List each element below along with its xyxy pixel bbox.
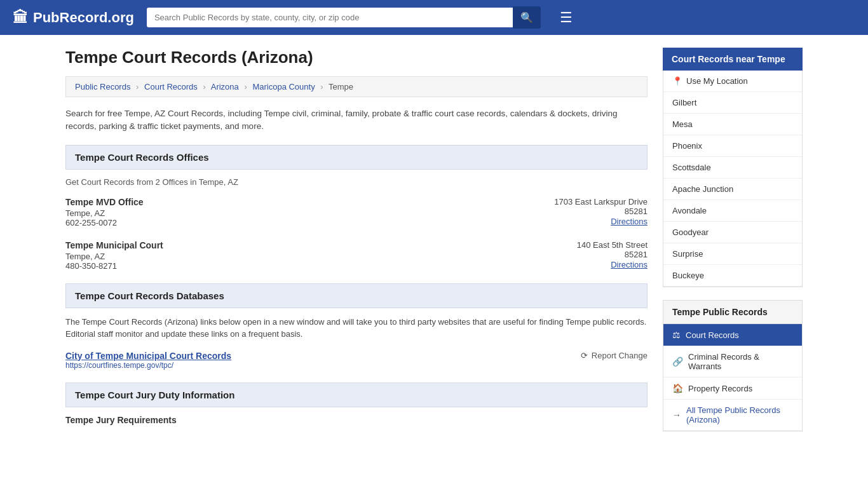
- sidebar-city-surprise[interactable]: Surprise: [663, 243, 802, 265]
- sidebar-city-label-surprise: Surprise: [672, 249, 703, 259]
- office-city-1: Tempe, AZ: [65, 208, 144, 218]
- page-title: Tempe Court Records (Arizona): [65, 48, 648, 67]
- office-zip-1: 85281: [554, 207, 648, 216]
- sidebar-pr-section: Tempe Public Records ⚖ Court Records 🔗 C…: [663, 300, 803, 431]
- jury-sub-header: Tempe Jury Requirements: [65, 415, 648, 425]
- main-content: Tempe Court Records (Arizona) Public Rec…: [65, 48, 648, 444]
- location-icon: 📍: [672, 76, 682, 86]
- office-name-1: Tempe MVD Office: [65, 197, 144, 207]
- breadcrumb-arizona[interactable]: Arizona: [211, 82, 239, 92]
- sidebar-city-apache-junction[interactable]: Apache Junction: [663, 179, 802, 200]
- office-right-1: 1703 East Larkspur Drive 85281 Direction…: [554, 197, 648, 227]
- office-phone-1: 602-255-0072: [65, 218, 144, 227]
- sidebar-city-label-scottsdale: Scottsdale: [672, 163, 711, 172]
- sidebar: Court Records near Tempe 📍 Use My Locati…: [663, 48, 803, 444]
- search-input[interactable]: [147, 8, 513, 27]
- breadcrumb-court-records[interactable]: Court Records: [144, 82, 198, 92]
- pr-label-property-records: Property Records: [688, 384, 752, 393]
- sidebar-city-label-gilbert: Gilbert: [672, 98, 696, 107]
- office-name-2: Tempe Municipal Court: [65, 240, 163, 250]
- sidebar-city-avondale[interactable]: Avondale: [663, 200, 802, 222]
- criminal-records-icon: 🔗: [672, 356, 683, 367]
- use-location-label: Use My Location: [686, 76, 748, 86]
- search-button[interactable]: 🔍: [513, 6, 541, 29]
- sidebar-city-gilbert[interactable]: Gilbert: [663, 92, 802, 114]
- db-entry-1: City of Tempe Municipal Court Records ht…: [65, 351, 648, 370]
- databases-intro: The Tempe Court Records (Arizona) links …: [65, 316, 648, 341]
- breadcrumb-maricopa[interactable]: Maricopa County: [252, 82, 315, 92]
- sidebar-city-scottsdale[interactable]: Scottsdale: [663, 157, 802, 179]
- jury-section-header: Tempe Court Jury Duty Information: [65, 383, 648, 407]
- sidebar-city-goodyear[interactable]: Goodyear: [663, 222, 802, 243]
- sidebar-city-label-avondale: Avondale: [672, 206, 707, 215]
- sidebar-city-phoenix[interactable]: Phoenix: [663, 135, 802, 157]
- breadcrumb-sep-4: ›: [320, 82, 323, 92]
- office-address-1: 1703 East Larkspur Drive: [554, 197, 648, 207]
- sidebar-near-list: 📍 Use My Location Gilbert Mesa Phoenix S…: [663, 71, 803, 287]
- sidebar-use-location[interactable]: 📍 Use My Location: [663, 71, 802, 92]
- office-address-2: 140 East 5th Street: [577, 240, 648, 250]
- search-bar: 🔍: [147, 6, 541, 29]
- office-entry-2: Tempe Municipal Court Tempe, AZ 480-350-…: [65, 240, 648, 271]
- breadcrumb-sep-2: ›: [203, 82, 205, 92]
- office-left-2: Tempe Municipal Court Tempe, AZ 480-350-…: [65, 240, 163, 271]
- pr-item-all-records[interactable]: → All Tempe Public Records (Arizona): [663, 400, 802, 431]
- databases-section-header: Tempe Court Records Databases: [65, 283, 648, 308]
- hamburger-menu[interactable]: ☰: [560, 10, 573, 26]
- report-change-icon: ⟳: [581, 351, 588, 360]
- offices-subtext: Get Court Records from 2 Offices in Temp…: [65, 177, 648, 187]
- sidebar-city-label-phoenix: Phoenix: [672, 141, 702, 151]
- breadcrumb: Public Records › Court Records › Arizona…: [65, 76, 648, 97]
- breadcrumb-tempe: Tempe: [329, 82, 353, 92]
- sidebar-city-label-buckeye: Buckeye: [672, 271, 704, 280]
- office-zip-2: 85281: [577, 250, 648, 259]
- sidebar-city-buckeye[interactable]: Buckeye: [663, 265, 802, 287]
- directions-link-2[interactable]: Directions: [611, 260, 648, 269]
- office-city-2: Tempe, AZ: [65, 252, 163, 261]
- site-logo[interactable]: 🏛 PubRecord.org: [13, 9, 134, 27]
- db-url-1: https://courtfines.tempe.gov/tpc/: [65, 361, 231, 370]
- all-records-icon: →: [672, 410, 681, 420]
- logo-text: PubRecord.org: [33, 10, 134, 26]
- page-wrapper: Tempe Court Records (Arizona) Public Rec…: [53, 35, 815, 457]
- db-entry-left-1: City of Tempe Municipal Court Records ht…: [65, 351, 231, 370]
- office-entry-1: Tempe MVD Office Tempe, AZ 602-255-0072 …: [65, 197, 648, 227]
- logo-icon: 🏛: [13, 9, 28, 27]
- db-link-1[interactable]: City of Tempe Municipal Court Records: [65, 351, 231, 361]
- sidebar-city-label-apache-junction: Apache Junction: [672, 184, 733, 194]
- sidebar-city-label-goodyear: Goodyear: [672, 227, 709, 237]
- office-phone-2: 480-350-8271: [65, 261, 163, 271]
- sidebar-city-label-mesa: Mesa: [672, 119, 693, 129]
- sidebar-pr-title: Tempe Public Records: [663, 300, 803, 324]
- pr-item-court-records[interactable]: ⚖ Court Records: [663, 324, 802, 346]
- breadcrumb-public-records[interactable]: Public Records: [75, 82, 130, 92]
- pr-label-court-records: Court Records: [686, 330, 739, 340]
- offices-section-header: Tempe Court Records Offices: [65, 145, 648, 170]
- property-records-icon: 🏠: [672, 383, 683, 393]
- breadcrumb-sep-3: ›: [244, 82, 247, 92]
- sidebar-city-mesa[interactable]: Mesa: [663, 114, 802, 135]
- pr-label-all-records: All Tempe Public Records (Arizona): [686, 405, 793, 424]
- pr-label-criminal-records: Criminal Records & Warrants: [688, 352, 793, 371]
- office-left-1: Tempe MVD Office Tempe, AZ 602-255-0072: [65, 197, 144, 227]
- sidebar-pr-list: ⚖ Court Records 🔗 Criminal Records & War…: [663, 324, 803, 431]
- header: 🏛 PubRecord.org 🔍 ☰: [0, 0, 868, 35]
- intro-text: Search for free Tempe, AZ Court Records,…: [65, 107, 648, 133]
- pr-item-criminal-records[interactable]: 🔗 Criminal Records & Warrants: [663, 346, 802, 377]
- breadcrumb-sep-1: ›: [136, 82, 139, 92]
- office-right-2: 140 East 5th Street 85281 Directions: [577, 240, 648, 271]
- report-change-button[interactable]: ⟳ Report Change: [581, 351, 648, 360]
- sidebar-near-title: Court Records near Tempe: [663, 48, 803, 71]
- report-change-label: Report Change: [592, 351, 648, 360]
- court-records-icon: ⚖: [672, 330, 681, 340]
- pr-item-property-records[interactable]: 🏠 Property Records: [663, 377, 802, 400]
- sidebar-near-section: Court Records near Tempe 📍 Use My Locati…: [663, 48, 803, 287]
- directions-link-1[interactable]: Directions: [611, 217, 648, 226]
